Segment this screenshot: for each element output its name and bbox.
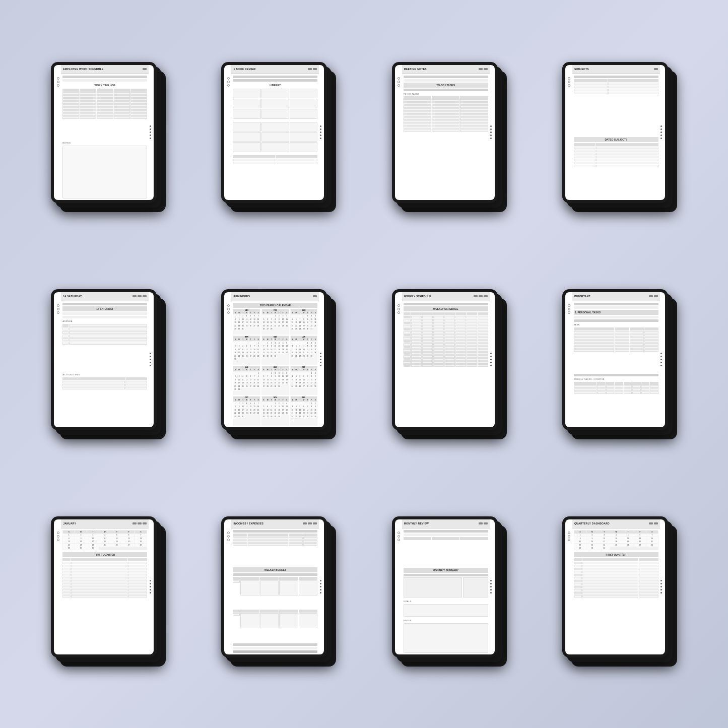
- cell-weekly-schedule: WEEKLY SCHEDULE WEEKLY SCHEDULE: [371, 257, 527, 471]
- subtitle-calendar: 2023 YEARLY CALENDAR: [233, 303, 317, 308]
- subtitle-personal: 1. PERSONAL TASKS: [574, 310, 658, 315]
- subtitle-firstquarter: FIRST QUARTER: [574, 552, 658, 557]
- title-quarterly: QUARTERLY DASHBOARD: [574, 522, 610, 525]
- title-reminders: REMINDERS: [233, 295, 250, 298]
- device-front-8: IMPORTANT 1. PERSONAL TASKS TASK: [562, 289, 668, 430]
- subtitle-library: LIBRARY: [233, 83, 317, 88]
- subtitle-dated: DATED SUBJECTS: [574, 137, 658, 142]
- cell-monthly-review: MONTHLY REVIEW MONTHLY SUMMARY: [371, 485, 527, 698]
- device-front-1: EMPLOYEE WORK SCHEDULE WORK TIME LOG: [51, 62, 157, 203]
- device-front-11: MONTHLY REVIEW MONTHLY SUMMARY: [392, 516, 498, 657]
- title-monthly-review: MONTHLY REVIEW: [404, 522, 429, 525]
- subtitle-monthly-summary: MONTHLY SUMMARY: [404, 568, 488, 573]
- title-work-schedule: EMPLOYEE WORK SCHEDULE: [63, 68, 104, 71]
- title-january: JANUARY: [63, 522, 76, 525]
- device-front-9: JANUARY SMTWTFS 1234567 891011121314 151…: [51, 516, 157, 657]
- title-book: 1 BOOK REVIEW: [233, 68, 255, 71]
- title-subjects: SUBJECTS: [574, 68, 589, 71]
- cell-subjects: SUBJECTS DATED SUBJECTS: [542, 30, 698, 243]
- title-weekly: WEEKLY SCHEDULE: [404, 295, 431, 298]
- title-important: IMPORTANT: [574, 295, 590, 298]
- cell-employee-work-schedule: EMPLOYEE WORK SCHEDULE WORK TIME LOG: [30, 30, 186, 243]
- device-front-10: INCOMES / EXPENSES WEEKLY BUDGET: [221, 516, 327, 657]
- cell-personal-tasks: IMPORTANT 1. PERSONAL TASKS TASK: [542, 257, 698, 471]
- device-front-7: WEEKLY SCHEDULE WEEKLY SCHEDULE: [392, 289, 498, 430]
- main-grid: EMPLOYEE WORK SCHEDULE WORK TIME LOG: [0, 0, 728, 728]
- subtitle-weekly: WEEKLY SCHEDULE: [404, 306, 488, 311]
- device-front-5: 14 SATURDAY 14 SATURDAY AGENDA: [51, 289, 157, 430]
- subtitle-weekly-budget: WEEKLY BUDGET: [233, 567, 317, 572]
- cell-meeting-notes: MEETING NOTES TO-DO / TASKS TO DO TASKS: [371, 30, 527, 243]
- cell-book-review: 1 BOOK REVIEW LIBRARY: [201, 30, 357, 243]
- cell-quarterly-dashboard: QUARTERLY DASHBOARD SMTWTFS 1234567 8910…: [542, 485, 698, 698]
- cell-incomes-expenses: INCOMES / EXPENSES WEEKLY BUDGET: [201, 485, 357, 698]
- subtitle-work: WORK TIME LOG: [62, 83, 147, 88]
- title-incomes: INCOMES / EXPENSES: [233, 522, 263, 525]
- device-front-12: QUARTERLY DASHBOARD SMTWTFS 1234567 8910…: [562, 516, 668, 657]
- subtitle-firstq: FIRST QUARTER: [62, 552, 147, 557]
- notes-label-1: NOTES: [62, 141, 147, 145]
- cell-saturday: 14 SATURDAY 14 SATURDAY AGENDA: [30, 257, 186, 471]
- subtitle-saturday: 14 SATURDAY: [62, 306, 147, 311]
- cell-january: JANUARY SMTWTFS 1234567 891011121314 151…: [30, 485, 186, 698]
- device-front-3: MEETING NOTES TO-DO / TASKS TO DO TASKS: [392, 62, 498, 203]
- cell-reminders: REMINDERS 2023 YEARLY CALENDAR JAN SMTWT…: [201, 257, 357, 471]
- title-meeting: MEETING NOTES: [404, 68, 427, 71]
- device-front-4: SUBJECTS DATED SUBJECTS: [562, 62, 668, 203]
- device-front-2: 1 BOOK REVIEW LIBRARY: [221, 62, 327, 203]
- title-saturday: 14 SATURDAY: [63, 295, 82, 298]
- device-front-6: REMINDERS 2023 YEARLY CALENDAR JAN SMTWT…: [221, 289, 327, 430]
- subtitle-todo: TO-DO / TASKS: [404, 83, 488, 88]
